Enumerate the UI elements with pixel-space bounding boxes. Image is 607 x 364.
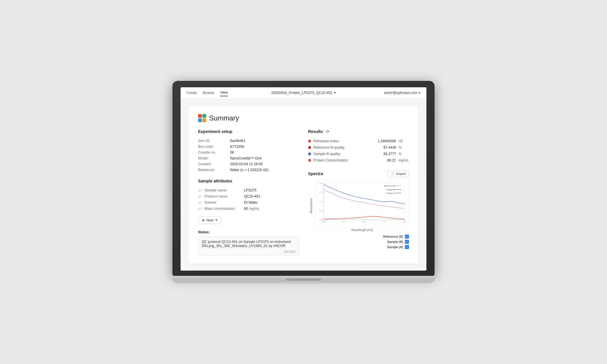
- legend-ref-b-check[interactable]: ✓: [405, 235, 409, 239]
- svg-text:500: 500: [322, 221, 325, 223]
- legend-sample-b: Sample (B) ✓: [387, 240, 409, 244]
- field-label: Created:: [198, 161, 230, 167]
- attr-tag-icon: 🏷: [198, 200, 203, 205]
- result-label: Sample fit quality:: [313, 152, 370, 156]
- attr-value: DI Water: [244, 200, 258, 205]
- field-label: Reference:: [198, 167, 230, 173]
- table-row: Model:NanoCuvette™ One: [198, 155, 299, 161]
- y-axis-label: Absorbance: [310, 198, 313, 213]
- nav-view[interactable]: View: [220, 89, 228, 96]
- field-value: KYT2ON: [230, 144, 299, 150]
- spectra-section: Spectra 📄 Export Absorbance 0.000.591.19…: [308, 171, 409, 249]
- page-title-row: Summary: [198, 114, 409, 122]
- result-row: Refractive Index: 1.34845566 nD: [308, 138, 409, 144]
- result-label: Refractive Index:: [313, 139, 370, 143]
- attr-row: 🏷 Solvent: DI Water: [198, 200, 299, 206]
- result-value: 86.2777: [373, 152, 396, 156]
- legend-sample-a-label: Sample (A): [387, 245, 403, 249]
- attr-value: QC10-451: [244, 194, 260, 198]
- svg-text:800: 800: [403, 221, 406, 223]
- nav-user-email: anchr@cphnano.com: [384, 91, 417, 95]
- summary-page: Summary Experiment setup Item ID:6ac8b4b…: [189, 106, 418, 264]
- legend-sample-a-check[interactable]: ✓: [405, 245, 409, 249]
- svg-text:Sample (B): Sample (B): [387, 188, 396, 190]
- x-axis-label: Wavelength [nm]: [315, 228, 409, 232]
- table-row: Cuvette no.:06: [198, 150, 299, 155]
- field-value: NanoCuvette™ One: [230, 155, 299, 161]
- laptop-base: [172, 276, 435, 283]
- experiment-setup-title: Experiment setup: [198, 129, 299, 134]
- notes-section: Notes: QC protocol QC10-451 on Sample LP…: [198, 230, 299, 255]
- field-value: 6ac8b4b1: [230, 138, 299, 144]
- notes-text: QC protocol QC10-451 on Sample LPS375 on…: [202, 240, 291, 248]
- notes-box[interactable]: QC protocol QC10-451 on Sample LPS375 on…: [198, 237, 299, 255]
- field-label: Cuvette no.:: [198, 150, 230, 155]
- attr-tag-icon: 🏷: [198, 207, 203, 211]
- result-unit: %: [398, 145, 409, 150]
- field-label: Model:: [198, 155, 230, 161]
- nav-title-text: 20200304_Protein_LPS375_QC10-451: [271, 91, 332, 95]
- legend-sample-b-label: Sample (B): [387, 240, 403, 244]
- nav-user: anchr@cphnano.com: [384, 91, 421, 95]
- notes-count: (94/100): [284, 250, 296, 253]
- results-header: Results ⟳: [308, 129, 409, 134]
- new-button[interactable]: ⊕ New: [198, 216, 221, 224]
- title-icon-q4: [202, 118, 206, 122]
- new-button-chevron: [215, 219, 218, 221]
- new-button-label: New: [207, 218, 213, 222]
- result-unit: mg/mL: [398, 158, 409, 162]
- result-dot: [308, 140, 311, 143]
- laptop-hinge: [286, 278, 321, 281]
- nav-title-chevron[interactable]: [334, 92, 336, 94]
- export-button[interactable]: 📄 Export: [388, 171, 409, 177]
- legend-reference-b: Reference (B) ✓: [383, 235, 409, 239]
- field-value: 06: [230, 150, 299, 155]
- field-value: 2020-03-04 11:18:59: [230, 161, 299, 167]
- svg-text:0.59: 0.59: [319, 209, 323, 212]
- right-column: Results ⟳ Refractive Index: 1.34845566 n…: [308, 129, 409, 255]
- svg-text:2.38: 2.38: [319, 182, 323, 184]
- attr-label: Mass concentration:: [204, 207, 242, 211]
- attr-value: LPS375: [244, 188, 257, 192]
- chart-legend: Reference (B) ✓ Sample (B) ✓ Sample (A): [308, 235, 409, 249]
- title-icon-q3: [198, 118, 202, 122]
- left-column: Experiment setup Item ID:6ac8b4b1Box cod…: [198, 129, 299, 255]
- legend-sample-b-check[interactable]: ✓: [405, 240, 409, 244]
- table-row: Created:2020-03-04 11:18:59: [198, 161, 299, 167]
- svg-text:1.78: 1.78: [319, 191, 323, 193]
- notes-title: Notes:: [198, 230, 299, 234]
- field-label: Box code:: [198, 144, 230, 150]
- result-row: Protein Concentration: 80.21 mg/mL: [308, 157, 409, 164]
- nav-browse[interactable]: Browse: [203, 90, 214, 96]
- title-icon-q1: [198, 114, 202, 118]
- chart-wrapper: Absorbance 0.000.591.191.782.38500575650…: [308, 180, 409, 232]
- nav-title: 20200304_Protein_LPS375_QC10-451: [271, 91, 336, 95]
- svg-text:1.19: 1.19: [319, 200, 323, 202]
- refresh-icon[interactable]: ⟳: [326, 129, 329, 134]
- result-value: 1.34845566: [373, 139, 396, 143]
- sample-attrs-list: 🏷 Sample name: LPS375 🏷 Protocol name: Q…: [198, 187, 299, 212]
- attr-label: Sample name:: [204, 188, 242, 192]
- table-row: Reference:Water (n = 1.333215 nD): [198, 167, 299, 173]
- result-value: 87.4428: [373, 145, 396, 150]
- results-section: Results ⟳ Refractive Index: 1.34845566 n…: [308, 129, 409, 164]
- attr-label: Solvent:: [204, 200, 242, 205]
- result-row: Sample fit quality: 86.2777 %: [308, 151, 409, 157]
- attr-label: Protocol name:: [204, 194, 242, 198]
- field-value: Water (n = 1.333215 nD): [230, 167, 299, 173]
- spectra-header: Spectra 📄 Export: [308, 171, 409, 177]
- svg-text:Reference (B): Reference (B): [384, 185, 396, 187]
- svg-text:650: 650: [363, 221, 366, 223]
- export-icon: 📄: [391, 172, 395, 176]
- nav-create[interactable]: Create: [186, 90, 197, 96]
- app-navbar: Create Browse View 20200304_Protein_LPS3…: [181, 87, 426, 99]
- screen-bezel: Create Browse View 20200304_Protein_LPS3…: [172, 81, 435, 276]
- attr-tag-icon: 🏷: [198, 188, 203, 193]
- app-content: Summary Experiment setup Item ID:6ac8b4b…: [181, 99, 426, 271]
- attr-row: 🏷 Sample name: LPS375: [198, 187, 299, 193]
- result-unit: nD: [398, 139, 409, 143]
- result-value: 80.21: [373, 158, 396, 162]
- nav-links: Create Browse View: [186, 89, 228, 96]
- nav-user-chevron[interactable]: [418, 92, 421, 94]
- sample-attributes-title: Sample attributes: [198, 179, 299, 183]
